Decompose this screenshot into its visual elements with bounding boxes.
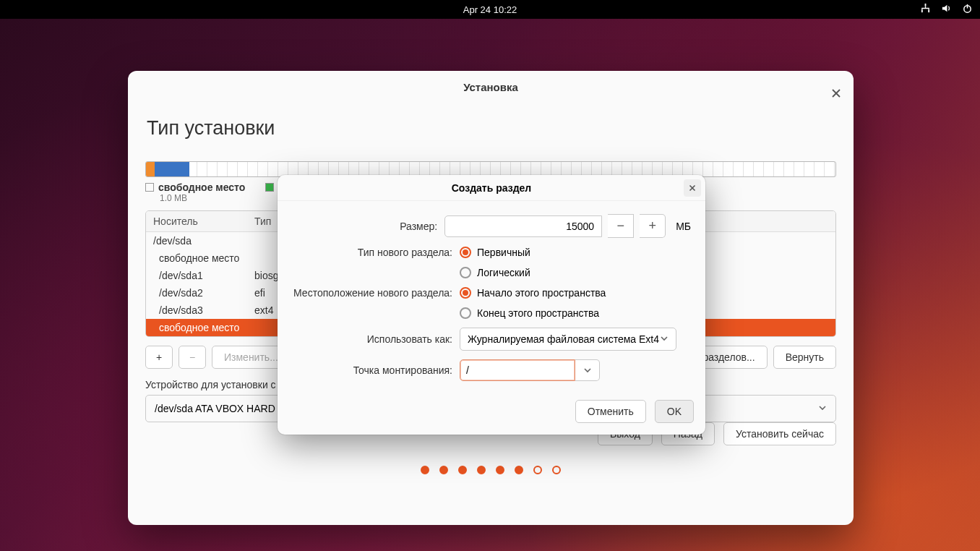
svg-rect-0 — [925, 4, 927, 7]
close-icon[interactable] — [684, 179, 701, 197]
mount-point-input[interactable] — [460, 359, 575, 381]
col-device[interactable]: Носитель — [146, 211, 247, 232]
progress-dot — [533, 466, 542, 474]
progress-dot — [458, 466, 467, 474]
gnome-top-bar: Apr 24 10:22 — [0, 0, 980, 19]
progress-dot — [439, 466, 448, 474]
size-input[interactable] — [444, 215, 602, 237]
usage-ticks — [146, 162, 835, 176]
radio-primary[interactable]: Первичный — [460, 247, 530, 258]
mount-label: Точка монтирования: — [292, 364, 460, 376]
chevron-down-icon — [818, 403, 827, 414]
network-icon[interactable] — [920, 3, 931, 16]
radio-icon — [460, 287, 471, 299]
dialog-title: Создать раздел — [452, 182, 532, 194]
usage-segment — [146, 162, 155, 176]
close-icon[interactable] — [829, 80, 843, 95]
legend-item: свободное место1.0 MB — [145, 181, 245, 203]
filesystem-select[interactable]: Журналируемая файловая система Ext4 — [460, 328, 676, 351]
ok-button[interactable]: OK — [655, 400, 694, 423]
progress-dot — [515, 466, 523, 474]
remove-partition-button[interactable]: − — [179, 346, 206, 369]
size-decrease-button[interactable]: − — [608, 214, 634, 238]
svg-rect-1 — [921, 9, 923, 12]
bootloader-value: /dev/sda ATA VBOX HARD — [155, 403, 275, 414]
add-partition-button[interactable]: + — [145, 346, 173, 369]
type-label: Тип нового раздела: — [292, 247, 460, 258]
power-icon[interactable] — [962, 3, 973, 16]
revert-button[interactable]: Вернуть — [773, 346, 836, 369]
page-title: Тип установки — [147, 117, 836, 140]
mount-point-combo[interactable] — [460, 359, 600, 381]
install-now-button[interactable]: Установить сейчас — [723, 422, 836, 445]
system-tray[interactable] — [920, 0, 973, 19]
size-increase-button[interactable]: + — [640, 214, 666, 238]
radio-logical[interactable]: Логический — [460, 267, 530, 278]
useas-label: Использовать как: — [292, 333, 460, 345]
progress-dot — [421, 466, 429, 474]
radio-end[interactable]: Конец этого пространства — [460, 307, 599, 319]
window-header: Установка — [128, 71, 854, 104]
progress-dot — [552, 466, 561, 474]
radio-icon — [460, 267, 471, 278]
svg-rect-2 — [928, 9, 929, 12]
clock[interactable]: Apr 24 10:22 — [463, 4, 517, 15]
dialog-header: Создать раздел — [278, 175, 705, 201]
size-label: Размер: — [292, 221, 444, 232]
create-partition-dialog: Создать раздел Размер: − + МБ Тип нового… — [278, 175, 705, 435]
usage-segment — [155, 162, 189, 176]
size-unit: МБ — [676, 221, 691, 232]
progress-dot — [496, 466, 504, 474]
progress-dots — [128, 466, 854, 474]
progress-dot — [477, 466, 486, 474]
chevron-down-icon — [660, 333, 669, 345]
radio-icon — [460, 307, 471, 319]
location-label: Местоположение нового раздела: — [292, 287, 460, 299]
volume-icon[interactable] — [941, 3, 952, 16]
mount-point-dropdown[interactable] — [575, 359, 600, 381]
radio-icon — [460, 247, 471, 258]
dialog-footer: Отменить OK — [278, 393, 705, 435]
window-title: Установка — [463, 81, 518, 93]
radio-begin[interactable]: Начало этого пространства — [460, 287, 606, 299]
cancel-button[interactable]: Отменить — [575, 400, 646, 423]
